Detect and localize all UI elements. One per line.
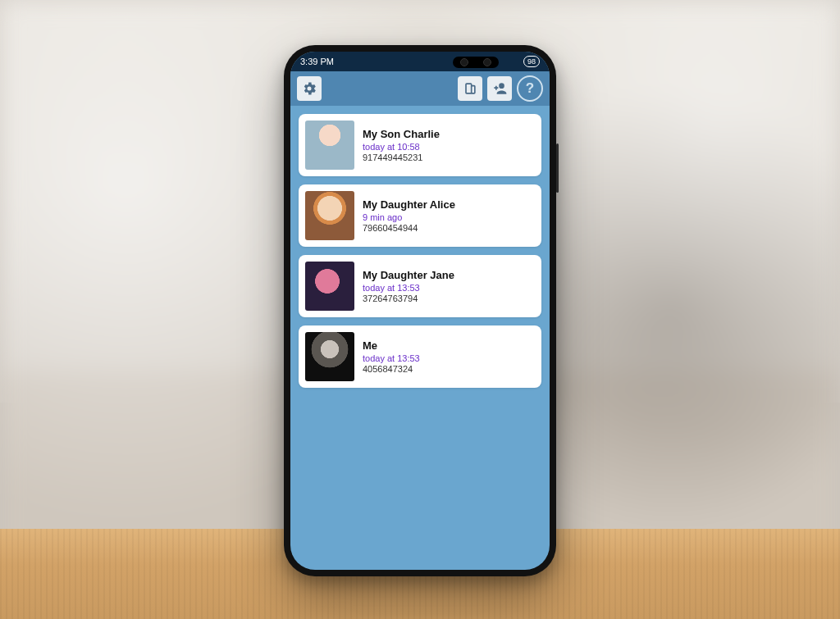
contact-name: My Daughter Alice: [363, 198, 509, 211]
status-bar: 3:39 PM 98: [290, 52, 550, 71]
contact-info: Me today at 13:53 4056847324: [363, 339, 509, 374]
avatar: [305, 332, 354, 381]
notification-toggle[interactable]: [517, 348, 535, 366]
contact-card-2[interactable]: My Daughter Jane today at 13:53 37264763…: [299, 255, 541, 317]
avatar: [305, 262, 354, 311]
phone-screen: 3:39 PM 98 ?: [290, 52, 550, 570]
notification-toggle[interactable]: [517, 277, 535, 295]
contact-name: My Daughter Jane: [363, 269, 509, 281]
contact-phone: 917449445231: [363, 152, 509, 162]
battery-indicator: 98: [523, 56, 540, 67]
contact-time: today at 10:58: [363, 142, 509, 152]
contact-info: My Daughter Jane today at 13:53 37264763…: [363, 269, 509, 303]
phone-frame: 3:39 PM 98 ?: [284, 45, 556, 576]
avatar: [305, 191, 354, 240]
app-toolbar: ?: [290, 71, 550, 106]
contact-time: today at 13:53: [363, 353, 509, 363]
settings-button[interactable]: [297, 76, 322, 101]
bell-off-icon: [517, 348, 550, 471]
devices-button[interactable]: [458, 76, 482, 101]
contact-phone: 79660454944: [363, 223, 509, 233]
help-button[interactable]: ?: [517, 75, 543, 102]
contact-name: Me: [363, 339, 509, 352]
notification-toggle[interactable]: [517, 136, 535, 154]
contact-card-1[interactable]: My Daughter Alice 9 min ago 79660454944: [299, 184, 541, 247]
contact-time: 9 min ago: [363, 212, 509, 222]
add-person-icon: [491, 80, 508, 97]
status-time: 3:39 PM: [300, 57, 334, 66]
camera-cutout: [453, 57, 499, 68]
settings-icon: [301, 80, 317, 97]
contact-info: My Daughter Alice 9 min ago 79660454944: [363, 198, 509, 233]
avatar: [305, 121, 354, 170]
notification-toggle[interactable]: [517, 207, 535, 225]
contact-phone: 4056847324: [363, 364, 509, 374]
contact-list[interactable]: My Son Charlie today at 10:58 9174494452…: [290, 106, 550, 570]
contact-card-0[interactable]: My Son Charlie today at 10:58 9174494452…: [299, 114, 541, 176]
contact-phone: 37264763794: [363, 294, 509, 303]
devices-icon: [462, 80, 478, 97]
add-person-button[interactable]: [487, 76, 512, 101]
contact-info: My Son Charlie today at 10:58 9174494452…: [363, 128, 509, 162]
contact-name: My Son Charlie: [363, 128, 509, 140]
contact-time: today at 13:53: [363, 283, 509, 293]
help-icon: ?: [526, 80, 534, 97]
contact-card-3[interactable]: Me today at 13:53 4056847324: [299, 325, 541, 388]
